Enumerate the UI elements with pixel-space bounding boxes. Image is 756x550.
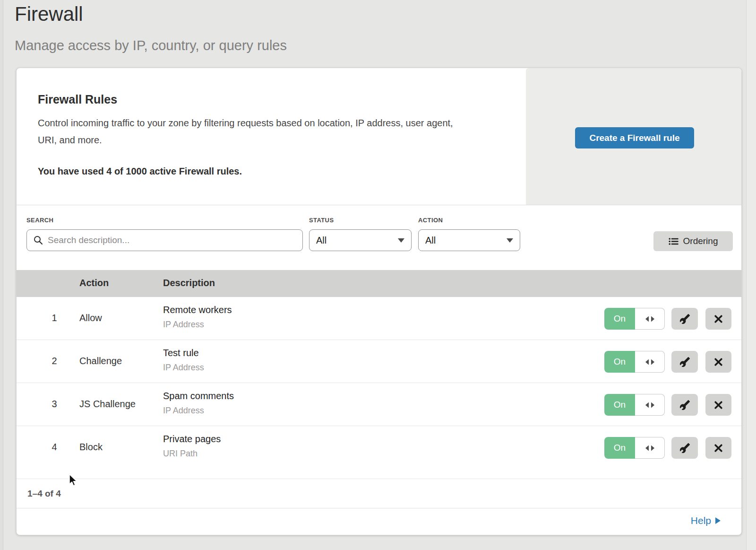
help-arrow-icon (715, 517, 721, 524)
close-icon (714, 314, 723, 323)
edit-rule-button[interactable] (671, 437, 698, 459)
search-input[interactable] (43, 230, 302, 251)
rules-description: Control incoming traffic to your zone by… (38, 114, 463, 148)
rule-action: Block (79, 442, 103, 453)
rule-action: Allow (79, 313, 102, 323)
close-icon (714, 358, 723, 367)
search-field[interactable] (26, 229, 303, 251)
edit-rule-button[interactable] (671, 394, 698, 416)
help-link-label: Help (691, 515, 711, 526)
rules-table-body: 1 Allow Remote workers IP Address On (17, 297, 741, 479)
delete-rule-button[interactable] (705, 437, 731, 459)
page-subtitle: Manage access by IP, country, or query r… (15, 37, 287, 54)
delete-rule-button[interactable] (705, 351, 731, 373)
toggle-on-label: On (604, 394, 635, 416)
edit-rule-button[interactable] (671, 308, 698, 330)
help-row: Help (17, 508, 741, 536)
wrench-icon (679, 357, 690, 367)
wrench-icon (679, 314, 690, 324)
toggle-on-label: On (604, 351, 635, 373)
rule-enabled-toggle[interactable]: On (604, 351, 665, 373)
window-left-edge (0, 0, 3, 550)
rule-match-field: URI Path (163, 449, 221, 459)
create-firewall-rule-button[interactable]: Create a Firewall rule (575, 127, 694, 148)
rule-priority: 1 (45, 313, 64, 323)
firewall-rules-card: Firewall Rules Control incoming traffic … (16, 68, 742, 535)
toggle-drag-handle[interactable] (635, 308, 665, 330)
wrench-icon (679, 443, 690, 454)
rule-priority: 2 (45, 356, 64, 367)
rules-heading: Firewall Rules (38, 93, 117, 106)
rule-action: Challenge (79, 356, 122, 367)
rule-description-cell: Spam comments IP Address (163, 391, 234, 416)
page-title: Firewall (15, 3, 83, 26)
rule-description-cell: Remote workers IP Address (163, 305, 232, 330)
rule-enabled-toggle[interactable]: On (604, 394, 665, 416)
toggle-arrows-icon (645, 359, 654, 365)
action-label: ACTION (418, 217, 443, 224)
search-icon (34, 236, 43, 245)
create-rule-panel: Create a Firewall rule (526, 68, 741, 205)
close-icon (714, 444, 723, 453)
toggle-arrows-icon (645, 445, 654, 451)
rule-priority: 3 (45, 399, 64, 410)
caret-down-icon (507, 238, 513, 243)
status-select-value: All (316, 235, 326, 246)
rule-description-cell: Private pages URI Path (163, 434, 221, 459)
search-label: SEARCH (26, 217, 53, 224)
rule-priority: 4 (45, 442, 64, 453)
rule-description: Private pages (163, 434, 221, 445)
ordering-button[interactable]: Ordering (653, 231, 733, 251)
rule-description: Remote workers (163, 305, 232, 315)
toggle-drag-handle[interactable] (635, 394, 665, 416)
toggle-arrows-icon (645, 316, 654, 322)
caret-down-icon (398, 238, 404, 243)
action-select[interactable]: All (418, 229, 520, 251)
rule-enabled-toggle[interactable]: On (604, 437, 665, 459)
rule-action: JS Challenge (79, 399, 136, 410)
column-header-description: Description (163, 278, 215, 288)
table-header: Action Description (17, 270, 741, 297)
rule-match-field: IP Address (163, 363, 204, 373)
rules-intro-section: Firewall Rules Control incoming traffic … (17, 68, 741, 205)
delete-rule-button[interactable] (705, 394, 731, 416)
column-header-action: Action (79, 278, 109, 288)
pagination-bar: 1–4 of 4 (17, 479, 741, 508)
ordering-button-label: Ordering (683, 236, 718, 246)
status-select[interactable]: All (309, 229, 412, 251)
delete-rule-button[interactable] (705, 308, 731, 330)
window-right-edge (746, 0, 756, 550)
rule-enabled-toggle[interactable]: On (604, 308, 665, 330)
table-row: 1 Allow Remote workers IP Address On (17, 297, 741, 340)
toggle-arrows-icon (645, 402, 654, 408)
ordering-list-icon (669, 237, 679, 245)
toggle-drag-handle[interactable] (635, 437, 665, 459)
table-row: 2 Challenge Test rule IP Address On (17, 340, 741, 383)
table-row: 3 JS Challenge Spam comments IP Address … (17, 383, 741, 426)
rule-description-cell: Test rule IP Address (163, 348, 204, 373)
rule-description: Spam comments (163, 391, 234, 402)
rule-match-field: IP Address (163, 320, 232, 330)
wrench-icon (679, 400, 690, 410)
help-link[interactable]: Help (691, 515, 721, 526)
table-row: 4 Block Private pages URI Path On (17, 426, 741, 479)
status-label: STATUS (309, 217, 334, 224)
rule-match-field: IP Address (163, 406, 234, 416)
filter-bar: SEARCH STATUS All ACTION All (17, 206, 741, 270)
rules-usage-count: You have used 4 of 1000 active Firewall … (38, 166, 242, 177)
toggle-on-label: On (604, 437, 635, 459)
action-select-value: All (425, 235, 436, 246)
toggle-on-label: On (604, 308, 635, 330)
edit-rule-button[interactable] (671, 351, 698, 373)
toggle-drag-handle[interactable] (635, 351, 665, 373)
close-icon (714, 401, 723, 410)
pagination-range: 1–4 of 4 (27, 489, 61, 499)
rule-description: Test rule (163, 348, 204, 358)
